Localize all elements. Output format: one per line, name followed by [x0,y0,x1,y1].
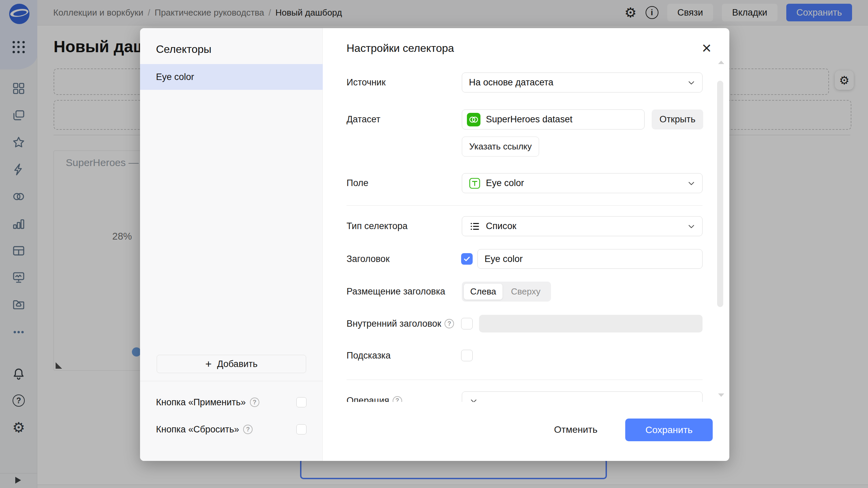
apply-button-checkbox[interactable] [296,397,307,407]
add-selector-button[interactable]: + Добавить [157,355,306,373]
dataset-icon [467,113,480,126]
list-type-icon [469,221,480,232]
close-icon[interactable]: × [698,39,715,57]
operation-select[interactable] [462,391,703,402]
apply-button-row: Кнопка «Применить» ? [156,397,259,408]
inner-title-input-disabled [479,315,703,332]
specify-link-button[interactable]: Указать ссылку [462,137,539,157]
reset-button-row: Кнопка «Сбросить» ? [156,424,253,435]
field-label: Поле [347,173,369,193]
chevron-down-icon [687,179,696,188]
title-checkbox[interactable] [461,253,473,265]
operation-help-icon[interactable]: ? [393,396,402,402]
chevron-down-icon [469,396,478,402]
title-input[interactable] [477,249,703,269]
settings-divider [347,205,703,206]
scrollbar-up-arrow[interactable] [718,61,724,64]
string-field-type-icon [469,178,480,189]
dataset-label: Датасет [347,109,380,129]
chevron-down-icon [687,222,696,231]
hint-label: Подсказка [347,350,391,361]
title-placement-label: Размещение заголовка [347,282,445,302]
dataset-field[interactable]: SuperHeroes dataset [462,109,645,129]
source-select[interactable]: На основе датасета [462,73,703,93]
placement-left-option[interactable]: Слева [464,284,502,300]
reset-help-icon[interactable]: ? [243,425,253,434]
reset-button-checkbox[interactable] [296,424,307,434]
selectors-panel-divider [140,381,323,381]
settings-panel-title: Настройки селектора [347,42,454,55]
selector-settings-dialog: Селекторы Eye color + Добавить Кнопка «П… [140,28,729,461]
save-button[interactable]: Сохранить [625,419,713,441]
scrollbar-down-arrow[interactable] [718,393,724,397]
scrollbar-thumb[interactable] [717,81,723,307]
hint-checkbox[interactable] [461,350,473,361]
selector-list-item-eye-color[interactable]: Eye color [140,64,323,90]
selector-type-select[interactable]: Список [462,216,703,236]
inner-title-help-icon[interactable]: ? [445,319,454,328]
operation-row-clipped: Операция ? [347,391,703,402]
title-placement-segmented: Слева Сверху [462,282,551,302]
title-label: Заголовок [347,249,390,269]
selector-type-label: Тип селектора [347,216,408,236]
plus-icon: + [205,359,212,369]
inner-title-checkbox[interactable] [461,318,473,329]
open-dataset-button[interactable]: Открыть [652,109,703,129]
source-label: Источник [347,73,386,93]
app-root: ? ⚙ Коллекции и воркбуки / Практические … [0,0,868,488]
apply-help-icon[interactable]: ? [250,398,259,407]
selectors-panel: Селекторы Eye color + Добавить Кнопка «П… [140,28,323,461]
cancel-button[interactable]: Отменить [555,422,596,437]
inner-title-label: Внутренний заголовок ? [347,315,454,332]
placement-top-option[interactable]: Сверху [502,286,549,297]
operation-label: Операция ? [347,395,402,402]
field-select[interactable]: Eye color [462,173,703,193]
chevron-down-icon [687,78,696,87]
selectors-panel-title: Селекторы [156,43,212,56]
settings-divider [347,380,703,380]
